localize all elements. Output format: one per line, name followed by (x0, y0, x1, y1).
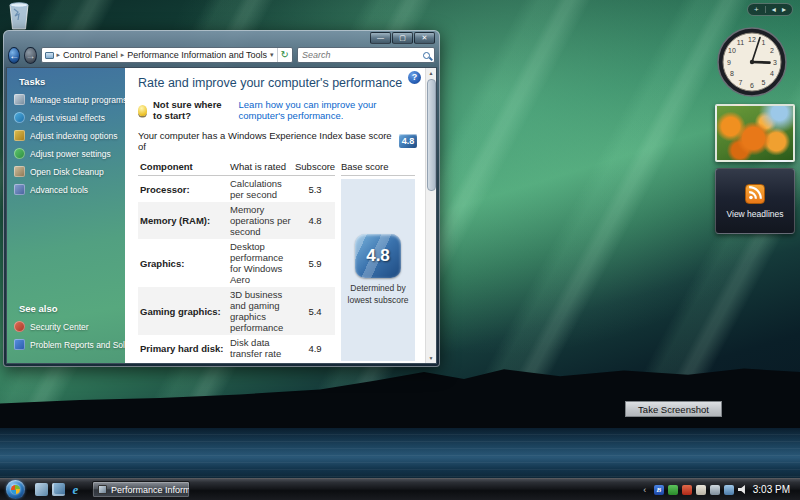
window-titlebar[interactable]: — ▢ ✕ (6, 30, 437, 45)
search-input[interactable] (302, 50, 419, 60)
visual-effects-icon (14, 112, 25, 123)
sidebar-task-item[interactable]: Manage startup programs (14, 94, 120, 105)
display-icon[interactable] (710, 485, 720, 495)
scroll-down-icon[interactable]: ▼ (429, 353, 434, 363)
add-gadget-icon[interactable]: + (754, 6, 759, 14)
internet-explorer-icon[interactable]: e (69, 483, 82, 496)
svg-text:11: 11 (737, 39, 744, 46)
rss-gadget-label[interactable]: View headlines (726, 209, 783, 219)
alert-icon[interactable] (682, 485, 692, 495)
minimize-button[interactable]: — (370, 32, 391, 44)
disk-cleanup-icon (14, 166, 25, 177)
task-label: Adjust power settings (30, 149, 111, 159)
sidebar-task-item[interactable]: Advanced tools (14, 184, 120, 195)
wei-cell-sub: 4.9 (295, 343, 335, 354)
wei-cell-sub: 5.4 (295, 306, 335, 317)
task-label: Open Disk Cleanup (30, 167, 104, 177)
close-button[interactable]: ✕ (414, 32, 435, 44)
task-pane: Tasks Manage startup programsAdjust visu… (7, 68, 125, 363)
taskbar-window-button[interactable]: Performance Inform... (92, 481, 190, 498)
base-score-line: Your computer has a Windows Experience I… (138, 130, 417, 152)
wallpaper-water (0, 428, 800, 478)
scroll-up-icon[interactable]: ▲ (429, 68, 434, 78)
breadcrumb-control-panel[interactable]: Control Panel (63, 50, 118, 60)
tip-text: Not sure where to start? (153, 99, 233, 121)
taskbar: e Performance Inform... ‹B 3:03 PM (0, 478, 800, 500)
breadcrumb-current-page[interactable]: Performance Information and Tools (127, 50, 267, 60)
volume-icon[interactable] (738, 485, 748, 495)
indexing-options-icon (14, 130, 25, 141)
bluetooth-icon[interactable]: B (654, 485, 664, 495)
refresh-icon[interactable]: ↻ (277, 48, 289, 62)
rss-icon (745, 184, 765, 204)
col-what-is-rated: What is rated (230, 161, 295, 172)
gadget-sidebar-controls[interactable]: + ◂ ▸ (747, 3, 793, 16)
wei-table-row: Processor:Calculations per second5.3 (138, 176, 335, 202)
divider (765, 6, 766, 13)
maximize-button[interactable]: ▢ (392, 32, 413, 44)
scrollbar-thumb[interactable] (427, 79, 436, 191)
svg-text:9: 9 (727, 59, 731, 66)
spacer (14, 202, 120, 302)
svg-text:5: 5 (762, 79, 766, 86)
search-icon[interactable] (423, 52, 430, 59)
advanced-tools-icon (14, 184, 25, 195)
antivirus-icon[interactable] (668, 485, 678, 495)
improve-performance-link[interactable]: Learn how you can improve your computer'… (239, 99, 417, 121)
start-button[interactable] (6, 480, 25, 499)
task-label: Advanced tools (30, 185, 88, 195)
switch-windows-icon[interactable] (52, 483, 65, 496)
wei-cell-sub: 4.8 (295, 215, 335, 226)
wei-table: Component What is rated Subscore Process… (138, 159, 415, 361)
task-label: Manage startup programs (30, 95, 127, 105)
see-also-item[interactable]: Security Center (14, 321, 120, 332)
wei-cell-rated: Desktop performance for Windows Aero (230, 241, 295, 285)
take-screenshot-button[interactable]: Take Screenshot (625, 401, 722, 417)
sidebar-task-item[interactable]: Adjust indexing options (14, 130, 120, 141)
back-button[interactable]: ← (8, 47, 20, 64)
wei-table-row: Primary hard disk:Disk data transfer rat… (138, 335, 335, 361)
task-label: Security Center (30, 322, 89, 332)
taskbar-clock[interactable]: 3:03 PM (753, 484, 790, 495)
mail-icon[interactable] (696, 485, 706, 495)
control-panel-icon (45, 52, 54, 59)
photo-slideshow-gadget[interactable] (715, 104, 795, 162)
performance-tools-window: — ▢ ✕ ← → ▸ Control Panel ▸ Performance … (3, 30, 440, 367)
sidebar-task-item[interactable]: Adjust power settings (14, 148, 120, 159)
gadget-next-icon[interactable]: ▸ (782, 6, 786, 14)
wei-table-rows: Processor:Calculations per second5.3Memo… (138, 176, 335, 361)
tasks-header: Tasks (19, 76, 120, 87)
security-center-icon (14, 321, 25, 332)
show-desktop-icon[interactable] (35, 483, 48, 496)
tray-chevron-icon[interactable]: ‹ (640, 485, 650, 495)
quick-launch-bar: e (35, 483, 82, 496)
breadcrumb[interactable]: ▸ Control Panel ▸ Performance Informatio… (41, 47, 293, 63)
wei-table-row: Graphics:Desktop performance for Windows… (138, 239, 335, 287)
base-score-panel: 4.8 Determined by lowest subscore (341, 179, 415, 361)
wei-cell-comp: Graphics: (140, 258, 230, 269)
recycle-bin-icon[interactable] (6, 0, 32, 30)
svg-text:6: 6 (750, 82, 754, 89)
desktop: + ◂ ▸ 1212 345 678 91011 (0, 0, 800, 500)
task-label: Adjust visual effects (30, 113, 105, 123)
gadget-prev-icon[interactable]: ◂ (772, 6, 776, 14)
system-tray: ‹B (640, 485, 748, 495)
clock-gadget[interactable]: 1212 345 678 91011 (713, 26, 791, 98)
window-icon (98, 485, 107, 494)
search-box[interactable] (297, 47, 435, 63)
windows-flag-icon (11, 485, 20, 494)
task-list: Manage startup programsAdjust visual eff… (14, 94, 120, 202)
sidebar-task-item[interactable]: Open Disk Cleanup (14, 166, 120, 177)
see-also-item[interactable]: Problem Reports and Solutions (14, 339, 120, 350)
wei-cell-sub: 5.3 (295, 184, 335, 195)
network-icon[interactable] (724, 485, 734, 495)
forward-button[interactable]: → (24, 47, 36, 64)
rss-feed-gadget[interactable]: View headlines (715, 168, 795, 234)
navigation-bar: ← → ▸ Control Panel ▸ Performance Inform… (6, 45, 437, 67)
sidebar-task-item[interactable]: Adjust visual effects (14, 112, 120, 123)
breadcrumb-dropdown-icon[interactable]: ▾ (270, 51, 274, 59)
lightbulb-icon (138, 105, 147, 116)
help-icon[interactable]: ? (408, 71, 421, 84)
base-score-text: Your computer has a Windows Experience I… (138, 130, 394, 152)
vertical-scrollbar[interactable]: ▲ ▼ (425, 68, 436, 363)
